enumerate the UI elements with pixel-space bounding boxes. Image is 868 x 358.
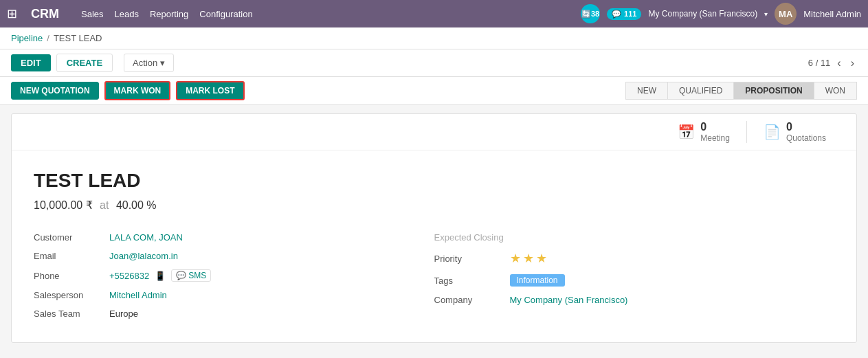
pager-text: 6 / 11 <box>808 58 831 68</box>
action-button[interactable]: Action ▾ <box>124 54 174 72</box>
email-label: Email <box>34 251 109 261</box>
pager: 6 / 11 ‹ › <box>808 57 857 69</box>
card-body: TEST LEAD 10,000.00 ₹ at 40.00 % Custome… <box>12 150 856 342</box>
brand-logo: CRM <box>31 7 59 21</box>
lead-title: TEST LEAD <box>34 170 834 192</box>
apps-icon[interactable]: ⊞ <box>7 6 17 21</box>
tags-field: Tags Information <box>434 270 835 291</box>
phone-value: +5526832 📱 💬 SMS <box>109 269 211 282</box>
quotation-icon: 📄 <box>764 124 781 140</box>
at-label: at <box>100 199 109 211</box>
breadcrumb-current: TEST LEAD <box>54 33 102 43</box>
customer-value[interactable]: LALA COM, JOAN <box>109 232 183 243</box>
nav-configuration[interactable]: Configuration <box>199 6 252 22</box>
mark-won-button[interactable]: MARK WON <box>104 81 171 100</box>
salesperson-value[interactable]: Mitchell Admin <box>109 290 167 300</box>
phone-number[interactable]: +5526832 <box>109 271 149 281</box>
username: Mitchell Admin <box>803 9 861 19</box>
quotation-label: Quotations <box>786 133 826 143</box>
top-navigation: ⊞ CRM Sales Leads Reporting Configuratio… <box>0 0 868 27</box>
sales-team-label: Sales Team <box>34 309 109 319</box>
tag-value[interactable]: Information <box>510 274 565 287</box>
activity-count: 38 <box>591 10 599 18</box>
fields-grid: Customer LALA COM, JOAN Email Joan@lalac… <box>34 228 834 323</box>
content-area: 📅 0 Meeting 📄 0 Quotations TEST LEAD 10,… <box>0 105 868 351</box>
customer-field: Customer LALA COM, JOAN <box>34 228 434 247</box>
phone-field: Phone +5526832 📱 💬 SMS <box>34 265 434 286</box>
priority-stars[interactable]: ★ ★ ★ <box>510 251 547 266</box>
edit-button[interactable]: EDIT <box>11 54 51 71</box>
create-button[interactable]: CREATE <box>56 54 113 72</box>
expected-closing-field: Expected Closing <box>434 228 835 247</box>
priority-label: Priority <box>434 254 510 264</box>
star-2[interactable]: ★ <box>523 251 534 266</box>
message-icon: 💬 <box>612 10 621 19</box>
amount-value: 10,000.00 ₹ <box>34 199 93 211</box>
pipeline-stages: NEW QUALIFIED PROPOSITION WON <box>625 82 857 100</box>
sales-team-field: Sales Team Europe <box>34 304 434 323</box>
sales-team-value[interactable]: Europe <box>109 309 138 319</box>
stage-new[interactable]: NEW <box>625 82 668 100</box>
meeting-label: Meeting <box>700 133 730 143</box>
action-dropdown-icon: ▾ <box>160 58 165 68</box>
action-label: Action <box>133 58 157 68</box>
new-quotation-button[interactable]: NEW QUOTATION <box>11 82 99 100</box>
card-top-info: 📅 0 Meeting 📄 0 Quotations <box>12 114 856 150</box>
company-field: Company My Company (San Francisco) <box>434 291 835 309</box>
activity-badge[interactable]: 🔄 38 <box>581 4 600 23</box>
company-value[interactable]: My Company (San Francisco) <box>510 295 628 305</box>
mark-lost-button[interactable]: MARK LOST <box>176 81 244 100</box>
percent-value: 40.00 % <box>116 199 157 211</box>
breadcrumb-parent[interactable]: Pipeline <box>11 33 43 43</box>
calendar-icon: 📅 <box>678 124 695 140</box>
quotation-count: 0 <box>786 121 826 133</box>
customer-label: Customer <box>34 232 109 243</box>
company-selector[interactable]: My Company (San Francisco) <box>648 9 757 19</box>
message-count: 111 <box>624 10 636 18</box>
meeting-count: 0 <box>700 121 730 133</box>
sms-label: SMS <box>188 271 206 280</box>
sms-button[interactable]: 💬 SMS <box>171 269 211 282</box>
pager-prev[interactable]: ‹ <box>834 57 843 69</box>
action-bar: EDIT CREATE Action ▾ 6 / 11 ‹ › <box>0 49 868 77</box>
sms-icon: 💬 <box>176 271 186 280</box>
priority-field: Priority ★ ★ ★ <box>434 247 835 270</box>
company-label: Company <box>434 295 510 305</box>
message-badge[interactable]: 💬 111 <box>607 8 641 20</box>
nav-right: 🔄 38 💬 111 My Company (San Francisco) ▾ … <box>581 3 861 25</box>
phone-label: Phone <box>34 271 109 281</box>
company-dropdown-icon[interactable]: ▾ <box>764 10 768 18</box>
lead-amount: 10,000.00 ₹ at 40.00 % <box>34 199 834 212</box>
fields-right: Expected Closing Priority ★ ★ ★ Tags In <box>434 228 835 323</box>
stage-proposition[interactable]: PROPOSITION <box>734 82 814 100</box>
email-value[interactable]: Joan@lalacom.in <box>109 251 178 261</box>
breadcrumb: Pipeline / TEST LEAD <box>0 27 868 49</box>
activity-icon: 🔄 <box>581 10 591 19</box>
meeting-info[interactable]: 📅 0 Meeting <box>661 121 747 143</box>
quotation-info[interactable]: 📄 0 Quotations <box>747 121 843 143</box>
stage-qualified[interactable]: QUALIFIED <box>668 82 734 100</box>
star-3[interactable]: ★ <box>536 251 547 266</box>
breadcrumb-separator: / <box>47 33 49 43</box>
pager-next[interactable]: › <box>848 57 857 69</box>
main-card: 📅 0 Meeting 📄 0 Quotations TEST LEAD 10,… <box>11 113 857 343</box>
stage-bar: NEW QUOTATION MARK WON MARK LOST NEW QUA… <box>0 77 868 105</box>
salesperson-field: Salesperson Mitchell Admin <box>34 286 434 304</box>
phone-icon: 📱 <box>155 271 166 281</box>
avatar[interactable]: MA <box>775 3 797 25</box>
tags-label: Tags <box>434 276 510 286</box>
star-1[interactable]: ★ <box>510 251 521 266</box>
stage-won[interactable]: WON <box>814 82 857 100</box>
email-field: Email Joan@lalacom.in <box>34 247 434 265</box>
nav-reporting[interactable]: Reporting <box>150 6 188 22</box>
salesperson-label: Salesperson <box>34 290 109 300</box>
fields-left: Customer LALA COM, JOAN Email Joan@lalac… <box>34 228 434 323</box>
nav-menu: Sales Leads Reporting Configuration <box>81 6 570 22</box>
expected-closing-label: Expected Closing <box>434 232 524 243</box>
nav-sales[interactable]: Sales <box>81 6 104 22</box>
nav-leads[interactable]: Leads <box>115 6 139 22</box>
